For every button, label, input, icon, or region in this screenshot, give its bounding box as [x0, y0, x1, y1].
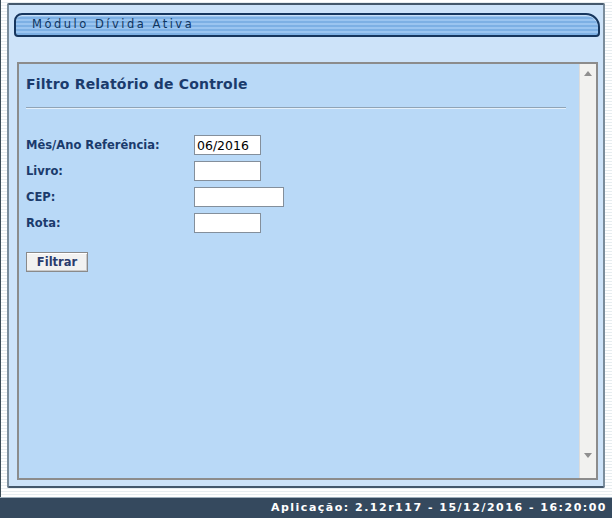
window-title: Módulo Dívida Ativa: [32, 17, 194, 31]
rota-label: Rota:: [26, 213, 61, 233]
scrollbar[interactable]: [579, 64, 596, 478]
page-title: Filtro Relatório de Controle: [26, 76, 248, 92]
livro-input[interactable]: [194, 161, 261, 181]
rota-input[interactable]: [194, 213, 261, 233]
livro-label: Livro:: [26, 161, 63, 181]
cep-input[interactable]: [194, 187, 284, 207]
page-left-edge: [0, 0, 1, 518]
mes-ano-referencia-label: Mês/Ano Referência:: [26, 135, 160, 155]
mes-ano-referencia-input[interactable]: [194, 135, 261, 155]
cep-label: CEP:: [26, 187, 55, 207]
heading-divider: [26, 107, 566, 109]
status-text: Aplicação: 2.12r117 - 15/12/2016 - 16:20…: [271, 501, 607, 514]
filtrar-button[interactable]: Filtrar: [26, 252, 88, 272]
scroll-down-icon[interactable]: [584, 453, 592, 458]
status-bar: Aplicação: 2.12r117 - 15/12/2016 - 16:20…: [0, 497, 612, 518]
scroll-up-icon[interactable]: [584, 71, 592, 76]
window-title-bar: Módulo Dívida Ativa: [14, 13, 600, 37]
app-window: Módulo Dívida Ativa Filtro Relatório de …: [7, 3, 605, 488]
content-panel: Filtro Relatório de Controle Mês/Ano Ref…: [17, 62, 598, 480]
